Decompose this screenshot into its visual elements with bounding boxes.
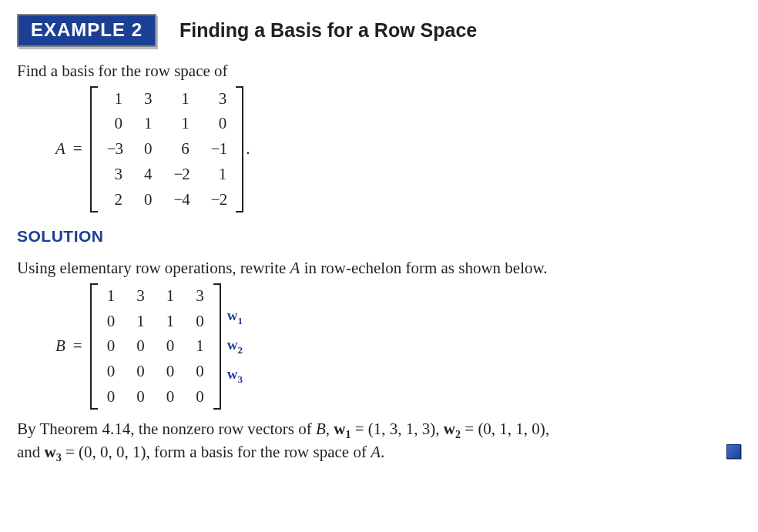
v2: (0, 1, 1, 0) [478,420,545,438]
equals-sign: = [70,139,90,159]
row-vector-labels: w1 w2 w3 [221,302,243,390]
matrix-a-brackets: 1 3 1 3 0 1 1 0 −3 0 6 −1 3 4 −2 1 [90,86,244,212]
example-badge-text: EXAMPLE 2 [31,19,143,40]
row-label-w2: w2 [227,333,243,362]
B-italic: B [316,420,326,438]
right-bracket-icon [215,283,221,410]
w1: w1 [334,420,350,438]
table-row: 3 4 −2 1 [96,162,238,187]
end-of-example-icon [726,444,741,459]
find-line: Find a basis for the row space of [17,61,741,82]
concl-p1: By Theorem 4.14, the nonzero row vectors… [17,420,316,438]
w3: w3 [45,443,62,461]
matrix-b-label: B [55,336,70,356]
left-bracket-icon [90,283,96,410]
matrix-a-trailing: . [243,139,250,159]
A-italic: A [290,259,300,277]
table-row: 1 3 1 3 [96,86,238,112]
row-label-w1: w1 [227,303,243,333]
example-badge: EXAMPLE 2 [17,14,156,47]
table-row: 0 0 0 0 [96,384,215,410]
table-row: 2 0 −4 −2 [96,187,238,212]
table-row: 0 1 1 0 [96,309,215,334]
table-row: 0 0 0 1 [96,333,215,359]
matrix-b: 1 3 1 3 0 1 1 0 0 0 0 1 0 0 0 0 [96,283,215,410]
matrix-a-block: A = 1 3 1 3 0 1 1 0 −3 0 6 −1 3 [55,86,741,212]
row-label-w3: w3 [227,362,243,391]
table-row: 1 3 1 3 [96,283,215,309]
solution-line: Using elementary row operations, rewrite… [17,258,741,279]
matrix-a-label: A [55,139,70,159]
solution-heading: SOLUTION [17,226,741,247]
A-italic-2: A [371,443,381,461]
v1: (1, 3, 1, 3) [368,420,436,438]
v3: (0, 0, 0, 1) [79,443,146,461]
table-row: 0 1 1 0 [96,111,238,136]
solution-line-pre: Using elementary row operations, rewrite [17,259,290,277]
table-row: 0 0 0 0 [96,359,215,384]
matrix-b-brackets: 1 3 1 3 0 1 1 0 0 0 0 1 0 0 0 0 [90,283,221,410]
matrix-a: 1 3 1 3 0 1 1 0 −3 0 6 −1 3 4 −2 1 [96,86,238,212]
left-bracket-icon [90,86,96,212]
matrix-b-block: B = 1 3 1 3 0 1 1 0 0 0 0 1 0 [55,283,741,410]
conclusion: By Theorem 4.14, the nonzero row vectors… [17,419,741,465]
table-row: −3 0 6 −1 [96,136,238,162]
example-header: EXAMPLE 2 Finding a Basis for a Row Spac… [17,14,741,47]
example-title: Finding a Basis for a Row Space [179,18,477,42]
w2: w2 [444,420,461,438]
equals-sign: = [70,336,90,356]
solution-line-mid: in row-echelon form as shown below. [300,259,547,277]
right-bracket-icon [237,86,243,212]
